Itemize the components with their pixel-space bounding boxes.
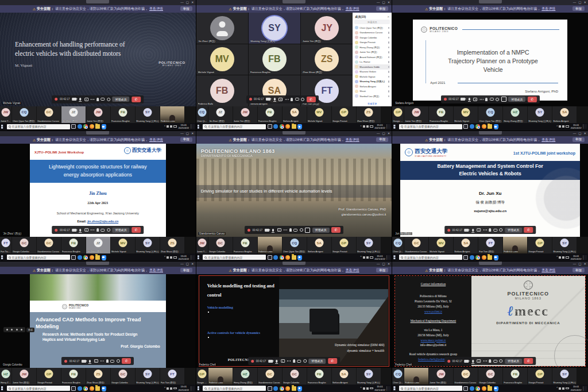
participant-thumbnail[interactable]: SAStefano Arrigoni — [307, 237, 331, 253]
participant-thumbnail[interactable]: JZ'Jin Zhou' (西交) — [86, 237, 110, 253]
participant-thumbnail[interactable]: JWJamie Yen (西交) — [429, 368, 453, 385]
participant-thumbnail[interactable]: JWJamie Yen (西交) — [86, 106, 110, 123]
mic-muted-icon[interactable] — [388, 86, 389, 88]
settings-icon[interactable] — [496, 98, 499, 101]
banner-report-button[interactable]: 举报 — [376, 6, 388, 11]
participant-thumbnail[interactable]: GCGiandomenico Caruso — [454, 368, 478, 385]
participant-thumbnail[interactable]: GCGiorgio Colombo — [111, 368, 135, 385]
mic-muted-icon[interactable] — [388, 61, 389, 63]
file-explorer-icon[interactable] — [292, 386, 296, 391]
banner-details-link[interactable]: 查看详情 — [346, 268, 359, 273]
edge-icon[interactable] — [78, 386, 82, 391]
minimize-button[interactable]: — — [377, 1, 380, 5]
share-indicator-tab[interactable] — [283, 131, 305, 134]
participant-thumbnail[interactable]: GPGiorgio Previati — [528, 368, 552, 385]
more-icon[interactable] — [483, 229, 487, 230]
share-screen-icon[interactable] — [477, 359, 481, 363]
minimize-button[interactable]: — — [180, 132, 184, 136]
participant-thumbnail[interactable]: SYShuming Yang (主持人) — [136, 106, 160, 123]
banner-report-button[interactable]: 举报 — [376, 137, 388, 142]
file-explorer-icon[interactable] — [95, 124, 100, 129]
notification-center-icon[interactable] — [191, 386, 195, 391]
taskbar-clock[interactable]: 15:012021/4/22 — [374, 255, 385, 260]
video-tile[interactable]: FBFederico Ballo — [196, 75, 248, 106]
member-search-input[interactable]: 搜索成员 — [354, 20, 390, 24]
participant-thumbnail[interactable]: FBFrancesco Braghin — [503, 368, 527, 385]
edge-icon[interactable] — [273, 386, 278, 391]
participant-thumbnail[interactable]: GCGiorgio Colombo — [283, 368, 307, 385]
participant-thumbnail[interactable]: GPGiorgio Previati — [37, 368, 61, 385]
mic-muted-icon[interactable] — [388, 90, 389, 93]
banner-details-link[interactable]: 查看详情 — [541, 268, 555, 273]
camera-icon[interactable] — [464, 229, 469, 232]
more-icon[interactable] — [91, 229, 95, 230]
mic-muted-icon[interactable] — [388, 76, 389, 78]
banner-report-button[interactable]: 举报 — [180, 268, 192, 272]
firefox-icon[interactable] — [90, 124, 94, 129]
more-icon[interactable] — [283, 229, 287, 230]
maximize-button[interactable]: ▢ — [578, 132, 581, 136]
mic-muted-icon[interactable] — [388, 27, 389, 29]
file-explorer-icon[interactable] — [488, 255, 492, 260]
raise-hand-icon[interactable] — [289, 228, 292, 232]
banner-report-button[interactable]: 举报 — [180, 6, 192, 11]
participant-thumbnail[interactable]: CQChen Qiyan Tan (西交) — [12, 106, 36, 123]
annotation-icon[interactable] — [305, 228, 310, 233]
participant-thumbnail[interactable]: GCGiorgio Colombo — [208, 237, 233, 253]
participant-thumbnail[interactable]: GPGiorgio Previati — [332, 106, 356, 123]
taskbar-search[interactable]: 在这里输入你要搜索的内容 — [7, 124, 70, 129]
mic-icon[interactable] — [274, 98, 276, 101]
annotation-toolbar[interactable]: 收起 — [3, 327, 34, 332]
settings-icon[interactable] — [303, 359, 307, 363]
camera-icon[interactable] — [268, 360, 273, 363]
camera-icon[interactable] — [265, 229, 269, 232]
chrome-icon[interactable] — [83, 386, 88, 391]
chat-icon[interactable] — [101, 98, 105, 101]
close-button[interactable]: ✕ — [583, 132, 586, 136]
participant-thumbnail[interactable]: Federico Cheli — [503, 237, 527, 253]
chat-icon[interactable] — [295, 98, 299, 101]
banner-report-button[interactable]: 举报 — [180, 137, 192, 142]
member-row[interactable]: Maurizio Vedani — [354, 70, 390, 75]
taskbar-clock[interactable]: 15:012021/4/22 — [179, 124, 189, 129]
raise-hand-icon[interactable] — [96, 228, 99, 232]
mic-icon[interactable] — [469, 98, 470, 101]
taskbar-search[interactable]: 在这里输入你要搜索的内容 — [203, 386, 266, 391]
participant-thumbnail[interactable]: GCGiandomenico Caruso — [37, 237, 61, 253]
camera-icon[interactable] — [464, 360, 469, 363]
share-screen-icon[interactable] — [277, 228, 281, 232]
participant-thumbnail[interactable]: MVMichele Vignati — [307, 106, 331, 123]
participant-thumbnail[interactable]: FTFan Tian (西交) — [0, 237, 11, 253]
banner-report-button[interactable]: 举报 — [376, 268, 388, 272]
participant-thumbnail[interactable]: FBFrancesco Braghin — [111, 106, 135, 123]
chat-icon[interactable] — [490, 98, 494, 101]
file-explorer-icon[interactable] — [292, 124, 296, 129]
participant-thumbnail[interactable]: GCGiandomenico Caruso — [258, 368, 282, 385]
manage-members-button[interactable]: 管理成员 — [508, 97, 525, 102]
firefox-icon[interactable] — [90, 255, 94, 260]
member-row[interactable]: Massimiliano Gobbi — [354, 64, 390, 70]
close-button[interactable]: ✕ — [583, 1, 586, 5]
mic-icon[interactable] — [276, 360, 277, 363]
system-tray[interactable]: ^ — [164, 125, 177, 128]
member-row[interactable]: Anand Sahnant (西交) — [354, 55, 390, 60]
leave-meeting-button[interactable]: ✆ — [328, 358, 337, 364]
meeting-app-icon[interactable] — [494, 124, 498, 129]
banner-report-button[interactable]: 举报 — [572, 137, 585, 142]
notification-center-icon[interactable] — [386, 255, 390, 260]
annotation-icon[interactable] — [501, 97, 506, 102]
leave-meeting-button[interactable]: ✆ — [528, 97, 537, 102]
video-tile[interactable]: JYJamie Yen (西交) — [301, 13, 353, 44]
system-tray[interactable]: ^ — [361, 125, 373, 128]
meeting-app-icon[interactable] — [297, 255, 302, 260]
edge-icon[interactable] — [273, 255, 278, 260]
edge-icon[interactable] — [470, 255, 474, 260]
chat-icon[interactable] — [110, 360, 114, 363]
share-indicator-tab[interactable] — [479, 131, 502, 134]
minimize-button[interactable]: — — [573, 132, 577, 136]
participant-thumbnail[interactable]: JWJamie Yen (西交) — [0, 106, 11, 123]
maximize-button[interactable]: ▢ — [382, 262, 385, 266]
manage-members-button[interactable]: 管理成员 — [113, 228, 130, 233]
share-indicator-tab[interactable] — [479, 0, 502, 3]
share-indicator-tab[interactable] — [283, 262, 305, 265]
